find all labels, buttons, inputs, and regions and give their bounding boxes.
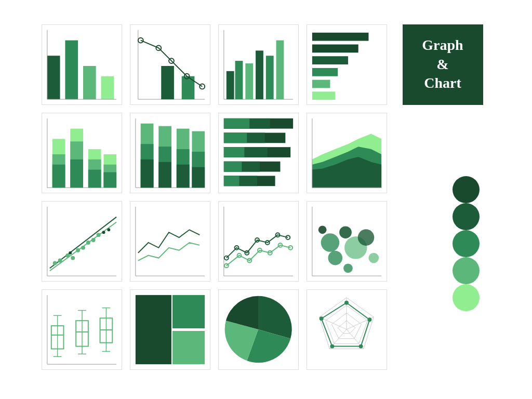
circle-light xyxy=(453,257,480,284)
svg-point-113 xyxy=(321,233,339,252)
svg-point-82 xyxy=(58,258,62,262)
svg-point-89 xyxy=(96,233,100,237)
svg-rect-1 xyxy=(65,40,78,99)
svg-point-116 xyxy=(328,250,342,265)
chart-bar-stacked-dark xyxy=(130,113,210,193)
main-container: Graph & Chart xyxy=(0,0,532,399)
svg-rect-42 xyxy=(103,172,116,188)
svg-rect-2 xyxy=(83,65,96,99)
svg-rect-71 xyxy=(223,176,239,186)
svg-rect-56 xyxy=(192,167,205,187)
svg-point-117 xyxy=(357,229,374,246)
svg-point-84 xyxy=(71,256,75,260)
svg-point-90 xyxy=(102,231,105,234)
chart-line-double xyxy=(130,201,210,282)
chart-bar-simple xyxy=(42,24,122,105)
svg-rect-28 xyxy=(312,91,335,100)
chart-bar-grouped xyxy=(218,24,299,105)
svg-point-154 xyxy=(330,344,334,348)
svg-rect-36 xyxy=(70,159,83,187)
svg-rect-140 xyxy=(172,330,204,364)
chart-pie xyxy=(218,289,299,370)
svg-point-83 xyxy=(65,253,70,257)
svg-point-153 xyxy=(358,344,363,348)
svg-rect-20 xyxy=(256,50,263,99)
title-box: Graph & Chart xyxy=(403,24,483,105)
svg-rect-17 xyxy=(226,71,234,99)
chart-bar-horizontal xyxy=(307,24,387,105)
svg-point-155 xyxy=(319,316,323,321)
circle-mid xyxy=(453,230,480,257)
svg-rect-53 xyxy=(176,164,189,187)
svg-rect-50 xyxy=(158,162,171,187)
svg-rect-59 xyxy=(223,118,249,128)
chart-treemap xyxy=(130,289,210,370)
svg-rect-18 xyxy=(235,61,243,99)
chart-radar xyxy=(307,289,387,370)
circle-darkest xyxy=(453,176,480,203)
svg-point-152 xyxy=(367,317,371,322)
title-text: Graph xyxy=(422,36,463,55)
svg-rect-47 xyxy=(140,159,153,187)
svg-rect-25 xyxy=(312,56,348,64)
svg-rect-24 xyxy=(312,44,358,52)
svg-rect-8 xyxy=(161,65,174,99)
chart-area xyxy=(307,113,387,193)
chart-bubble xyxy=(307,201,387,282)
chart-scatter xyxy=(42,201,122,282)
svg-rect-23 xyxy=(312,32,368,41)
circle-dark xyxy=(453,203,480,230)
svg-rect-0 xyxy=(47,56,60,99)
chart-bar-horizontal-stacked xyxy=(218,113,299,193)
svg-point-92 xyxy=(69,251,72,254)
svg-point-86 xyxy=(81,245,85,249)
svg-point-151 xyxy=(344,300,349,304)
chart-line-descending xyxy=(130,24,210,105)
svg-point-119 xyxy=(318,225,326,234)
svg-point-120 xyxy=(343,263,353,273)
svg-rect-19 xyxy=(245,63,253,99)
svg-rect-139 xyxy=(172,295,204,328)
title-text2: Chart xyxy=(424,74,461,92)
svg-point-118 xyxy=(368,252,379,263)
chart-line-dots xyxy=(218,201,299,282)
svg-point-85 xyxy=(76,248,80,252)
chart-grid: Graph & Chart xyxy=(40,23,492,376)
circles-column xyxy=(453,166,480,322)
svg-point-104 xyxy=(224,263,228,268)
svg-rect-26 xyxy=(312,68,337,76)
circle-lighter xyxy=(453,284,480,311)
svg-rect-138 xyxy=(135,295,171,364)
svg-rect-27 xyxy=(312,79,330,88)
svg-rect-21 xyxy=(265,56,273,99)
svg-point-88 xyxy=(91,238,95,242)
title-area: Graph & Chart xyxy=(403,24,483,105)
svg-point-91 xyxy=(107,228,110,231)
title-ampersand: & xyxy=(436,55,448,74)
svg-rect-65 xyxy=(223,147,244,157)
chart-boxplot xyxy=(42,289,122,370)
svg-rect-68 xyxy=(223,161,242,171)
chart-bar-stacked-light xyxy=(42,113,122,193)
svg-point-81 xyxy=(52,261,57,265)
svg-rect-33 xyxy=(52,164,65,187)
svg-rect-22 xyxy=(276,40,284,99)
svg-rect-62 xyxy=(223,132,246,143)
svg-rect-39 xyxy=(88,169,101,188)
svg-point-87 xyxy=(86,241,90,245)
svg-point-114 xyxy=(339,226,352,238)
svg-rect-3 xyxy=(101,76,114,99)
